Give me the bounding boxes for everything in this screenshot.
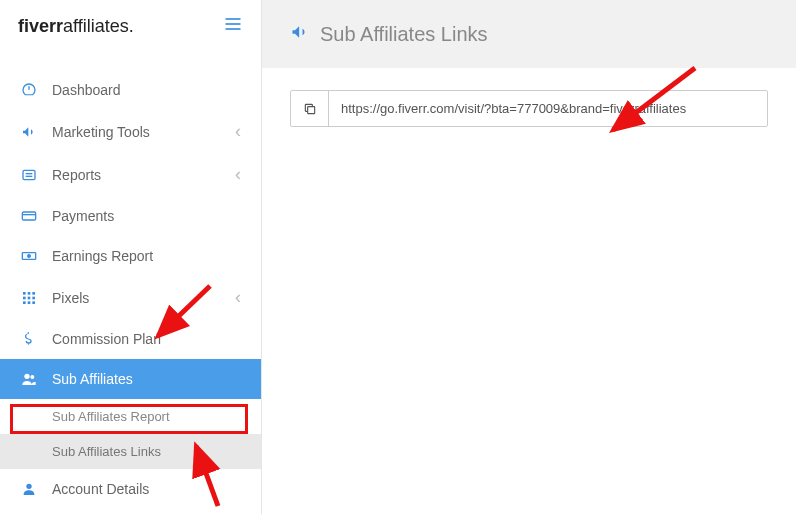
chevron-left-icon: ‹ — [235, 287, 241, 308]
sidebar-item-label: Payments — [52, 208, 114, 224]
sidebar-item-label: Commission Plan — [52, 331, 161, 347]
affiliate-url-input[interactable] — [329, 91, 767, 126]
sidebar-item-guide[interactable]: Affiliate User Guide — [0, 509, 261, 514]
user-icon — [20, 480, 38, 498]
sidebar-item-account[interactable]: Account Details — [0, 469, 261, 509]
gauge-icon — [20, 81, 38, 99]
svg-rect-11 — [28, 292, 31, 295]
svg-rect-14 — [28, 296, 31, 299]
dollar-icon — [20, 330, 38, 348]
logo: fiverraffiliates. — [18, 16, 134, 37]
users-icon — [20, 370, 38, 388]
chevron-left-icon: ‹ — [235, 164, 241, 185]
svg-rect-10 — [23, 292, 26, 295]
sub-item-label: Sub Affiliates Links — [52, 444, 161, 459]
sidebar-item-pixels[interactable]: Pixels ‹ — [0, 276, 261, 319]
svg-rect-13 — [23, 296, 26, 299]
sidebar-nav: Dashboard Marketing Tools ‹ Reports ‹ — [0, 52, 261, 514]
sidebar-item-label: Account Details — [52, 481, 149, 497]
sidebar-item-sub-affiliates[interactable]: Sub Affiliates — [0, 359, 261, 399]
svg-rect-24 — [307, 106, 314, 113]
svg-point-20 — [30, 375, 34, 379]
sidebar-item-payments[interactable]: Payments — [0, 196, 261, 236]
sidebar-item-commission[interactable]: Commission Plan — [0, 319, 261, 359]
logo-sub: affiliates. — [63, 16, 134, 36]
chevron-left-icon: ‹ — [235, 121, 241, 142]
sidebar-item-label: Marketing Tools — [52, 124, 150, 140]
sidebar-item-label: Earnings Report — [52, 248, 153, 264]
svg-rect-6 — [22, 212, 35, 220]
card-icon — [20, 207, 38, 225]
sidebar-item-dashboard[interactable]: Dashboard — [0, 70, 261, 110]
sidebar-sub-item-report[interactable]: Sub Affiliates Report — [0, 399, 261, 434]
page-title: Sub Affiliates Links — [320, 23, 488, 46]
sidebar-item-label: Reports — [52, 167, 101, 183]
menu-toggle-icon[interactable] — [223, 14, 243, 38]
sidebar-item-marketing[interactable]: Marketing Tools ‹ — [0, 110, 261, 153]
copy-icon[interactable] — [291, 91, 329, 126]
sidebar-item-earnings[interactable]: Earnings Report — [0, 236, 261, 276]
svg-rect-12 — [32, 292, 35, 295]
sidebar-item-reports[interactable]: Reports ‹ — [0, 153, 261, 196]
svg-rect-18 — [32, 301, 35, 304]
page-header: Sub Affiliates Links — [262, 0, 796, 68]
logo-main: fiverr — [18, 16, 63, 36]
sidebar-item-label: Dashboard — [52, 82, 121, 98]
svg-rect-3 — [23, 170, 35, 179]
list-icon — [20, 166, 38, 184]
megaphone-icon — [290, 22, 310, 46]
sub-item-label: Sub Affiliates Report — [52, 409, 170, 424]
sidebar-sub-item-links[interactable]: Sub Affiliates Links — [0, 434, 261, 469]
sidebar-item-label: Pixels — [52, 290, 89, 306]
svg-rect-15 — [32, 296, 35, 299]
svg-point-19 — [24, 374, 29, 379]
svg-point-9 — [28, 255, 31, 258]
svg-point-21 — [26, 484, 31, 489]
grid-icon — [20, 289, 38, 307]
money-icon — [20, 247, 38, 265]
svg-rect-17 — [28, 301, 31, 304]
megaphone-icon — [20, 123, 38, 141]
svg-rect-16 — [23, 301, 26, 304]
sidebar-item-label: Sub Affiliates — [52, 371, 133, 387]
url-box — [290, 90, 768, 127]
